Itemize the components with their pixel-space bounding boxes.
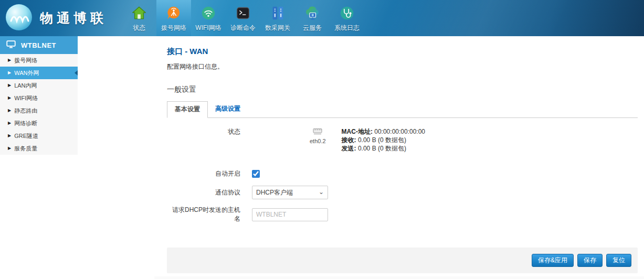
nav-item-diagnostic-command[interactable]: 诊断命令 <box>226 0 260 36</box>
rx-value: 0.00 B (0 数据包) <box>358 136 406 144</box>
nav-item-status[interactable]: 状态 <box>122 0 156 36</box>
hostname-row: 请求DHCP时发送的主机名 <box>167 206 638 223</box>
save-apply-button[interactable]: 保存&应用 <box>532 254 574 267</box>
brand-name: 物通博联 <box>40 9 107 27</box>
wifi-icon <box>200 5 216 22</box>
protocol-label: 通信协议 <box>167 188 240 197</box>
brand-logo-icon <box>5 4 33 33</box>
arrow-bullet-icon: ▶ <box>8 134 11 138</box>
arrow-bullet-icon: ▶ <box>8 96 11 100</box>
tx-label: 发送: <box>342 145 356 152</box>
tab-basic-settings[interactable]: 基本设置 <box>167 101 208 118</box>
tx-value: 0.00 B (0 数据包) <box>358 145 406 152</box>
page-title: 接口 - WAN <box>167 47 638 57</box>
status-row: 状态 eth0.2 MAC-地址: 00:00:00:00:00:00 接收: … <box>167 127 638 153</box>
reset-button[interactable]: 复位 <box>606 254 631 267</box>
arrow-bullet-icon: ▶ <box>8 109 11 113</box>
sidebar-item-label: GRE隧道 <box>14 132 38 140</box>
monitor-icon <box>6 40 16 50</box>
sidebar-item-label: WIFI网络 <box>14 94 38 102</box>
nav-label: 云服务 <box>303 24 322 33</box>
rx-label: 接收: <box>342 136 356 144</box>
gateway-icon <box>270 5 286 22</box>
status-label: 状态 <box>167 127 240 136</box>
nav-item-cloud-service[interactable]: 云服务 <box>295 0 330 36</box>
dialup-icon <box>166 5 182 22</box>
sidebar-item-label: LAN内网 <box>14 82 37 90</box>
section-title: 一般设置 <box>167 85 638 94</box>
sidebar: WTBLNET 状态 数采 网络 ▶ 拨号网络 ▶ WAN外网 ▶ LAN内网 … <box>0 36 78 279</box>
sidebar-subitem-network-diagnostics[interactable]: ▶ 网络诊断 <box>0 117 78 130</box>
ethernet-port-icon <box>312 127 323 136</box>
wan-settings-form: 状态 eth0.2 MAC-地址: 00:00:00:00:00:00 接收: … <box>167 127 638 223</box>
tx-line: 发送: 0.00 B (0 数据包) <box>342 144 425 153</box>
nav-label: 状态 <box>133 24 145 33</box>
sidebar-item-label: 拨号网络 <box>14 57 37 65</box>
sidebar-subitem-dialup-network[interactable]: ▶ 拨号网络 <box>0 54 78 67</box>
sidebar-header: WTBLNET <box>0 36 78 54</box>
arrow-bullet-icon: ▶ <box>8 58 11 62</box>
mac-value: 00:00:00:00:00:00 <box>374 128 425 135</box>
mac-line: MAC-地址: 00:00:00:00:00:00 <box>342 127 425 136</box>
nav-label: WIFI网络 <box>195 24 221 33</box>
network-info: MAC-地址: 00:00:00:00:00:00 接收: 0.00 B (0 … <box>342 127 425 153</box>
sidebar-subitem-static-route[interactable]: ▶ 静态路由 <box>0 104 78 117</box>
sidebar-item-label: 静态路由 <box>14 107 37 115</box>
auto-start-label: 自动开启 <box>167 169 240 178</box>
top-nav: 状态 拨号网络 WIFI网络 <box>122 0 364 36</box>
logs-icon <box>339 5 355 22</box>
arrow-bullet-icon: ▶ <box>8 121 11 125</box>
auto-start-checkbox[interactable] <box>252 170 260 178</box>
arrow-bullet-icon: ▶ <box>8 146 11 151</box>
brand-logo: 物通博联 <box>0 0 122 36</box>
nav-label: 拨号网络 <box>161 24 186 33</box>
home-icon <box>131 5 147 22</box>
device-name: eth0.2 <box>310 138 326 144</box>
save-button[interactable]: 保存 <box>577 254 603 267</box>
sidebar-item-label: WAN外网 <box>14 69 39 77</box>
nav-item-wifi-network[interactable]: WIFI网络 <box>191 0 226 36</box>
cloud-icon <box>304 5 321 22</box>
protocol-select[interactable]: DHCP客户端 <box>252 186 328 199</box>
hostname-label: 请求DHCP时发送的主机名 <box>167 206 240 223</box>
next-section-divider <box>154 276 644 279</box>
auto-start-row: 自动开启 <box>167 169 638 178</box>
rx-line: 接收: 0.00 B (0 数据包) <box>342 136 425 144</box>
protocol-row: 通信协议 DHCP客户端 ⌄ <box>167 186 638 199</box>
top-bar: 物通博联 状态 拨号网络 <box>0 0 644 36</box>
settings-tabs: 基本设置 高级设置 <box>167 101 638 118</box>
action-bar: 保存&应用 保存 复位 <box>167 248 638 273</box>
nav-item-system-log[interactable]: 系统日志 <box>330 0 364 36</box>
sidebar-subitem-wifi-network[interactable]: ▶ WIFI网络 <box>0 92 78 104</box>
terminal-icon <box>236 5 250 22</box>
sidebar-subitem-qos[interactable]: ▶ 服务质量 <box>0 142 78 155</box>
page-subtitle: 配置网络接口信息。 <box>167 62 638 71</box>
nav-item-data-gateway[interactable]: 数采网关 <box>260 0 295 36</box>
tab-advanced-settings[interactable]: 高级设置 <box>208 101 248 117</box>
nav-item-dialup-network[interactable]: 拨号网络 <box>156 0 191 36</box>
nav-label: 系统日志 <box>334 24 360 33</box>
sidebar-header-label: WTBLNET <box>21 41 56 49</box>
sidebar-subitem-wan[interactable]: ▶ WAN外网 <box>0 67 78 79</box>
hostname-input[interactable] <box>252 208 328 221</box>
arrow-bullet-icon: ▶ <box>8 71 11 75</box>
sidebar-subitem-lan[interactable]: ▶ LAN内网 <box>0 79 78 92</box>
main-content: 接口 - WAN 配置网络接口信息。 一般设置 基本设置 高级设置 状态 <box>78 36 644 279</box>
nav-label: 诊断命令 <box>230 24 256 33</box>
sidebar-item-label: 网络诊断 <box>14 120 37 127</box>
mac-label: MAC-地址: <box>342 128 373 135</box>
sidebar-subitem-gre-tunnel[interactable]: ▶ GRE隧道 <box>0 130 78 142</box>
protocol-select-wrap: DHCP客户端 ⌄ <box>252 186 328 199</box>
device-block: eth0.2 <box>310 127 326 144</box>
sidebar-item-label: 服务质量 <box>14 145 37 153</box>
nav-label: 数采网关 <box>265 24 290 33</box>
arrow-bullet-icon: ▶ <box>8 83 11 88</box>
